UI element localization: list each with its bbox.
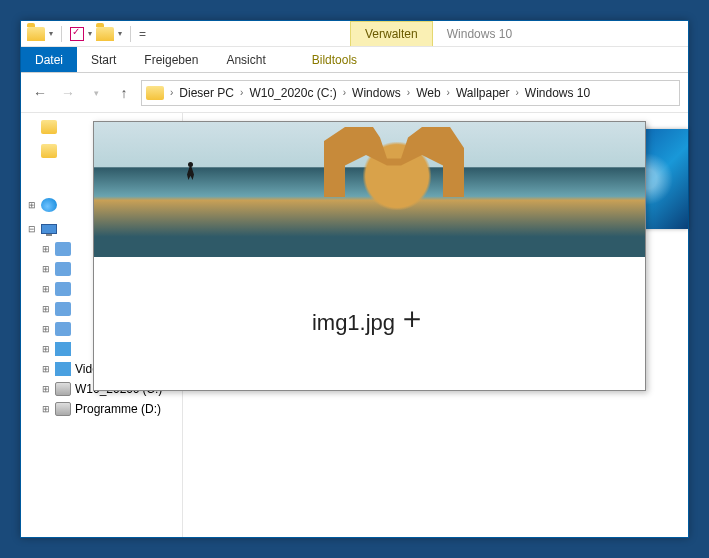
preview-filename: img1.jpg ＋ (94, 302, 645, 343)
quick-access-toolbar: ▾ ▾ ▾ = Verwalten Windows 10 (21, 21, 688, 47)
rock-arch (324, 127, 464, 197)
breadcrumb-item[interactable]: Windows (348, 86, 405, 100)
new-folder-icon[interactable] (96, 27, 114, 41)
documents-icon (55, 302, 71, 316)
breadcrumb-item[interactable]: W10_2020c (C:) (245, 86, 340, 100)
chevron-right-icon[interactable]: › (407, 87, 410, 98)
back-button[interactable]: ← (29, 82, 51, 104)
window-title: Windows 10 (433, 21, 526, 46)
tab-share[interactable]: Freigeben (130, 47, 212, 72)
pictures-icon (55, 262, 71, 276)
runner-silhouette (184, 162, 196, 182)
chevron-right-icon[interactable]: › (516, 87, 519, 98)
onedrive-icon (41, 198, 57, 212)
chevron-down-icon[interactable]: ▾ (88, 29, 92, 38)
breadcrumb-item[interactable]: Windows 10 (521, 86, 594, 100)
chevron-right-icon[interactable]: › (447, 87, 450, 98)
folder-icon (41, 144, 57, 158)
file-tab[interactable]: Datei (21, 47, 77, 72)
tree-item[interactable]: ⊞Programme (D:) (23, 399, 180, 419)
contextual-tab-manage[interactable]: Verwalten (350, 21, 433, 46)
ribbon-tabs: Datei Start Freigeben Ansicht Bildtools (21, 47, 688, 73)
chevron-right-icon[interactable]: › (343, 87, 346, 98)
folder-icon (41, 120, 57, 134)
forward-button[interactable]: → (57, 82, 79, 104)
breadcrumb-item[interactable]: Dieser PC (175, 86, 238, 100)
tab-picture-tools[interactable]: Bildtools (298, 47, 371, 72)
objects-3d-icon (55, 242, 71, 256)
desktop-icon (55, 282, 71, 296)
breadcrumb-item[interactable]: Wallpaper (452, 86, 514, 100)
chevron-down-icon[interactable]: ▾ (49, 29, 53, 38)
tree-label: Programme (D:) (75, 402, 161, 416)
breadcrumb-item[interactable]: Web (412, 86, 444, 100)
tab-start[interactable]: Start (77, 47, 130, 72)
thumbnail-preview-tooltip: img1.jpg ＋ (93, 121, 646, 391)
drive-icon (55, 402, 71, 416)
magnify-cursor-icon: ＋ (397, 298, 427, 339)
this-pc-icon (41, 224, 57, 234)
separator (61, 26, 62, 42)
navigation-bar: ← → ▾ ↑ › Dieser PC › W10_2020c (C:) › W… (21, 73, 688, 113)
chevron-right-icon[interactable]: › (170, 87, 173, 98)
chevron-down-icon[interactable]: ▾ (118, 29, 122, 38)
recent-locations[interactable]: ▾ (85, 82, 107, 104)
videos-icon (55, 362, 71, 376)
music-icon (55, 342, 71, 356)
explorer-window: ▾ ▾ ▾ = Verwalten Windows 10 Datei Start… (20, 20, 689, 538)
wallpaper-preview-image (94, 122, 645, 257)
separator (130, 26, 131, 42)
filename-text: img1.jpg (312, 310, 395, 336)
folder-icon (27, 27, 45, 41)
properties-icon[interactable] (70, 27, 84, 41)
tab-view[interactable]: Ansicht (212, 47, 279, 72)
downloads-icon (55, 322, 71, 336)
address-bar[interactable]: › Dieser PC › W10_2020c (C:) › Windows ›… (141, 80, 680, 106)
chevron-right-icon[interactable]: › (240, 87, 243, 98)
up-button[interactable]: ↑ (113, 82, 135, 104)
drive-icon (55, 382, 71, 396)
customize-qat[interactable]: = (139, 27, 146, 41)
folder-icon (146, 86, 164, 100)
